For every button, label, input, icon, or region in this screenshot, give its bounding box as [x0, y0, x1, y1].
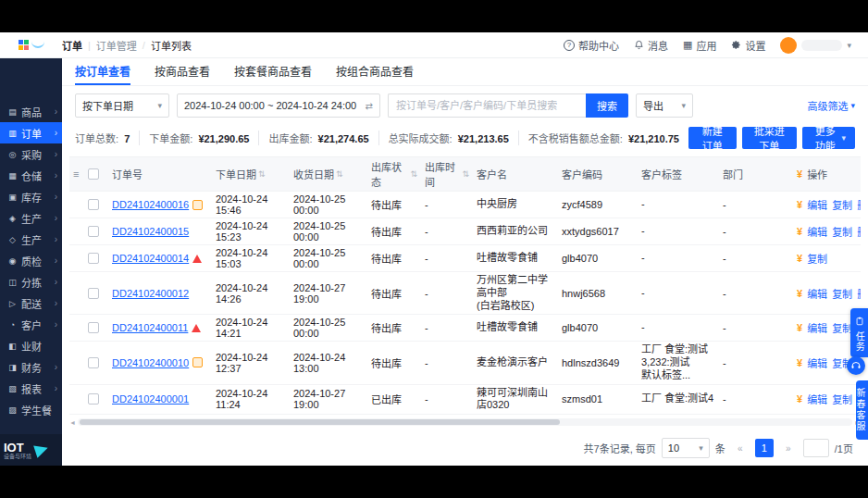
edit-link[interactable]: 编辑 — [807, 286, 827, 301]
more-actions-button[interactable]: 更多功能 ▾ — [802, 127, 855, 149]
service-panel-tab[interactable]: 新春客服 — [856, 380, 868, 440]
new-order-button[interactable]: 新建订单 — [688, 127, 737, 149]
money-icon[interactable]: ¥ — [797, 357, 802, 368]
customer-service-button[interactable] — [847, 356, 865, 375]
column-outbound-time[interactable]: 出库时间⇅ — [421, 157, 473, 191]
row-checkbox[interactable] — [88, 393, 99, 405]
delete-link[interactable]: 删除 — [857, 197, 861, 212]
sort-icon[interactable]: ⇅ — [462, 169, 469, 179]
search-input[interactable] — [388, 93, 586, 118]
copy-link[interactable]: 复制 — [832, 286, 852, 301]
scroll-left-icon[interactable]: ◄ — [69, 419, 76, 426]
export-button[interactable]: 导出 ▾ — [636, 93, 693, 118]
order-number-link[interactable]: DD24102400015 — [112, 226, 189, 237]
money-icon[interactable]: ¥ — [797, 288, 802, 299]
column-order-date[interactable]: 下单日期⇅ — [212, 165, 290, 183]
copy-link[interactable]: 复制 — [832, 197, 852, 212]
sidebar-item[interactable]: ▣ 库存 › — [0, 186, 62, 207]
copy-link[interactable]: 复制 — [832, 320, 852, 335]
sort-icon[interactable]: ⇅ — [410, 169, 417, 179]
order-number-link[interactable]: DD24102400010 — [112, 357, 189, 368]
row-checkbox[interactable] — [88, 199, 99, 210]
copy-link[interactable]: 复制 — [807, 251, 827, 266]
previous-page-button[interactable]: « — [731, 439, 750, 457]
column-operations[interactable]: ¥ 操作 — [793, 165, 861, 183]
view-tab[interactable]: 按套餐商品查看 — [234, 58, 312, 85]
view-tab[interactable]: 按商品查看 — [155, 58, 210, 85]
money-icon[interactable]: ¥ — [797, 322, 802, 333]
help-center-button[interactable]: ? 帮助中心 — [564, 38, 619, 53]
next-page-button[interactable]: » — [779, 439, 798, 457]
sidebar-item[interactable]: ◔ 客户 › — [0, 314, 62, 335]
batch-order-button[interactable]: 批采进下单 — [742, 127, 797, 149]
select-all-checkbox[interactable] — [88, 168, 99, 180]
order-number-link[interactable]: DD24102400016 — [112, 199, 189, 210]
sidebar-item[interactable]: ▦ 仓储 › — [0, 165, 62, 186]
sidebar-item[interactable]: ◎ 采购 › — [0, 143, 62, 165]
money-icon[interactable]: ¥ — [797, 226, 802, 237]
iot-footer[interactable]: IOT 设备与环境 — [0, 434, 62, 466]
scrollbar-thumb[interactable] — [80, 419, 560, 425]
settings-button[interactable]: 设置 — [731, 38, 765, 53]
page-jump-input[interactable] — [803, 439, 829, 457]
sidebar-item[interactable]: ▧ 报表 › — [0, 378, 62, 399]
edit-link[interactable]: 编辑 — [807, 224, 827, 239]
sort-icon[interactable]: ⇅ — [258, 169, 266, 179]
column-delivery-date[interactable]: 收货日期⇅ — [290, 165, 367, 183]
sidebar-item[interactable]: ◈ 生产 › — [0, 207, 62, 229]
scrollbar-track[interactable] — [78, 418, 852, 426]
row-checkbox[interactable] — [88, 288, 99, 299]
column-department[interactable]: 部门 — [719, 165, 793, 183]
copy-link[interactable]: 复制 — [832, 392, 852, 406]
column-status[interactable]: 出库状态⇅ — [367, 157, 421, 191]
edit-link[interactable]: 编辑 — [807, 197, 827, 212]
sidebar-item[interactable]: ◧ 业财 — [0, 335, 62, 356]
task-panel-button[interactable]: 任务 — [850, 308, 868, 357]
order-number-link[interactable]: DD24102400014 — [112, 253, 189, 264]
sidebar-item[interactable]: ◇ 生产 › — [0, 229, 62, 250]
advanced-filter-button[interactable]: 高级筛选 ▾ — [807, 98, 855, 113]
row-checkbox[interactable] — [88, 226, 99, 237]
column-customer[interactable]: 客户名 — [473, 165, 558, 183]
money-icon[interactable]: ¥ — [797, 253, 802, 264]
search-button[interactable]: 搜索 — [586, 93, 628, 118]
sidebar-item[interactable]: ◉ 质检 › — [0, 250, 62, 271]
messages-button[interactable]: 消息 — [634, 38, 668, 53]
page-number-active[interactable]: 1 — [755, 439, 774, 457]
row-checkbox[interactable] — [88, 322, 99, 333]
sidebar-item[interactable]: ◫ 分拣 › — [0, 271, 62, 293]
edit-link[interactable]: 编辑 — [807, 320, 827, 335]
sidebar-item[interactable]: ▤ 商品 › — [0, 101, 62, 122]
row-checkbox[interactable] — [88, 357, 99, 368]
column-order-no[interactable]: 订单号 — [108, 165, 212, 183]
edit-link[interactable]: 编辑 — [807, 392, 827, 406]
order-number-link[interactable]: DD24102400011 — [112, 322, 188, 333]
edit-link[interactable]: 编辑 — [807, 355, 827, 370]
view-tab[interactable]: 按组合商品查看 — [336, 58, 414, 85]
copy-link[interactable]: 复制 — [832, 224, 852, 239]
breadcrumb-parent[interactable]: 订单管理 — [96, 38, 137, 53]
order-number-link[interactable]: DD24102400012 — [112, 288, 189, 299]
sidebar-item[interactable]: ▥ 订单 › — [0, 122, 62, 143]
view-tab[interactable]: 按订单查看 — [75, 58, 130, 85]
sort-icon[interactable]: ⇅ — [336, 169, 343, 179]
date-range-picker[interactable]: 2024-10-24 00:00 ~ 2024-10-24 24:00 ⇄ — [177, 93, 380, 118]
sidebar-item[interactable]: ▨ 学生餐 — [0, 399, 62, 420]
column-settings-icon[interactable]: ≡ — [73, 168, 79, 180]
delete-link[interactable]: 删除 — [857, 224, 861, 239]
user-menu[interactable]: ▾ — [780, 37, 851, 54]
column-tags[interactable]: 客户标签 — [638, 165, 719, 183]
breadcrumb-module[interactable]: 订单 — [62, 38, 82, 53]
delete-link[interactable]: 删除 — [857, 286, 861, 301]
apps-button[interactable]: ▦ 应用 — [683, 38, 716, 53]
sidebar-item[interactable]: ◨ 财务 › — [0, 356, 62, 378]
row-checkbox[interactable] — [88, 253, 99, 264]
company-logo[interactable] — [0, 32, 62, 58]
sidebar-item[interactable]: ▷ 配送 › — [0, 293, 62, 314]
page-size-select[interactable]: 10 ▾ — [662, 438, 710, 458]
money-icon[interactable]: ¥ — [797, 393, 802, 405]
order-number-link[interactable]: DD24102400001 — [112, 393, 189, 405]
date-type-select[interactable]: 按下单日期 ▾ — [75, 93, 169, 118]
column-customer-code[interactable]: 客户编码 — [558, 165, 638, 183]
swap-dates-icon[interactable]: ⇄ — [366, 101, 373, 111]
